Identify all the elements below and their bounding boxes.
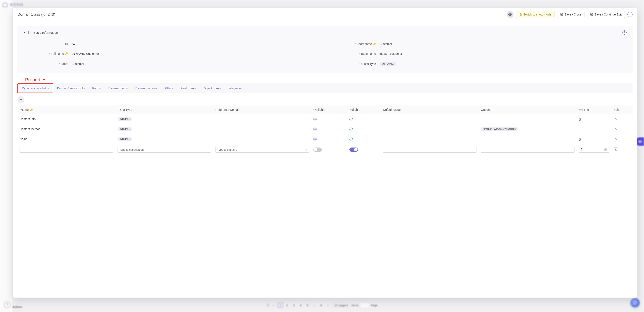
- table-row: Contact Info STRING ✕ ✓ {} ✎: [18, 114, 632, 124]
- editable-true-icon: ✓: [350, 128, 353, 131]
- pager-page-5[interactable]: 5: [305, 303, 310, 308]
- help-icon[interactable]: ?: [622, 30, 626, 35]
- nullable-false-icon: ✕: [313, 118, 317, 121]
- save-continue-button[interactable]: Save / Continue Edit: [587, 11, 625, 18]
- label-label: *Label: [26, 62, 68, 66]
- class-type-label: *Class Type: [334, 62, 376, 66]
- key-icon: 🔑: [373, 42, 376, 45]
- th-name[interactable]: *Name 🔑: [18, 106, 116, 114]
- th-edit: Edit: [612, 106, 632, 114]
- nullable-false-icon: ✕: [313, 128, 317, 131]
- cell-data-type: STRING: [116, 114, 214, 124]
- basic-info-panel: ▼ Basic Information ? ID 240 *Short name…: [18, 26, 632, 73]
- edit-row-button[interactable]: ✎: [614, 137, 618, 141]
- table-name-value[interactable]: muyan_customer: [380, 52, 624, 55]
- save-close-button[interactable]: Save / Close: [557, 11, 584, 18]
- id-value: 240: [72, 42, 316, 46]
- cell-options: ["Phone", "WeChat", "Whatsapp", "Twe{}"]: [481, 127, 517, 131]
- gear-icon: [508, 13, 512, 16]
- new-ref-domain-input[interactable]: [215, 147, 309, 153]
- tab-object-hooks[interactable]: Object hooks: [200, 84, 225, 93]
- svg-rect-1: [520, 14, 521, 15]
- edit-row-button[interactable]: ✎: [614, 117, 618, 121]
- table-row: Name STRING ✕ ✓ {} ✎: [18, 134, 632, 144]
- edit-row-button[interactable]: ✎: [614, 127, 618, 131]
- tab-domainclass-extinfo[interactable]: DomainClass.extInfo: [53, 84, 88, 93]
- tab-integration[interactable]: Integration: [225, 84, 246, 93]
- goto-input[interactable]: [360, 302, 370, 308]
- pager-page-4[interactable]: 4: [298, 303, 303, 308]
- short-name-value[interactable]: Customer: [380, 42, 624, 46]
- th-editable[interactable]: Editable: [347, 106, 381, 114]
- tab-filters[interactable]: Filters: [161, 84, 176, 93]
- confirm-new-row-button[interactable]: ⎘: [614, 147, 618, 152]
- full-name-label: *Full name 🔑: [26, 52, 68, 55]
- actions-label: Actions: [12, 305, 22, 309]
- cell-name: Contact Method: [18, 124, 116, 134]
- pagination: ⓘ ‹ 1 2 3 4 5 ··· 8 › 12 / page ▾ Go to …: [266, 302, 378, 308]
- tab-dynamic-fields[interactable]: Dynamic fields: [104, 84, 132, 93]
- info-icon[interactable]: ⓘ: [266, 303, 269, 307]
- basic-info-title: Basic Information: [33, 31, 58, 34]
- modal-title: DomainClass (id: 240): [18, 12, 55, 17]
- short-name-label: *Short name 🔑: [334, 42, 376, 46]
- brand-logo: 牧言科技: [2, 2, 24, 8]
- new-data-type-input[interactable]: [118, 147, 211, 153]
- new-editable-toggle[interactable]: [350, 148, 358, 152]
- switch-mode-label: Switch to show mode: [523, 13, 551, 16]
- label-value[interactable]: Customer: [72, 62, 316, 66]
- pager-next[interactable]: ›: [326, 303, 330, 308]
- new-ext-info-button[interactable]: { }✕: [579, 147, 609, 153]
- kebab-icon[interactable]: ⋮: [305, 148, 308, 151]
- document-icon: [28, 31, 31, 34]
- close-button[interactable]: ✕: [628, 12, 632, 17]
- new-name-input[interactable]: [20, 147, 113, 153]
- th-ext-info[interactable]: Ext Info: [576, 106, 612, 114]
- th-default-value[interactable]: Default Value: [381, 106, 479, 114]
- save-icon: [560, 13, 563, 16]
- modal-header: DomainClass (id: 240) Switch to show mod…: [13, 8, 637, 21]
- key-icon: 🔑: [65, 52, 68, 55]
- add-row-button[interactable]: +: [18, 96, 24, 103]
- tab-dynamic-actions[interactable]: Dynamic actions: [132, 84, 161, 93]
- table-name-label: *Table name: [334, 52, 376, 55]
- chat-bubble-icon[interactable]: [630, 298, 640, 307]
- pager-prev[interactable]: ‹: [271, 303, 276, 308]
- goto-label: Go to: [352, 304, 358, 307]
- lock-icon: [519, 13, 522, 16]
- clear-icon[interactable]: ✕: [604, 148, 608, 151]
- pager-page-2[interactable]: 2: [284, 303, 290, 308]
- tab-field-hooks[interactable]: Field hooks: [177, 84, 200, 93]
- settings-button[interactable]: [507, 11, 514, 18]
- pager-page-8[interactable]: 8: [318, 303, 324, 308]
- th-nullable[interactable]: *Nullable: [311, 106, 347, 114]
- th-options[interactable]: Options: [479, 106, 577, 114]
- full-name-value[interactable]: DYNAMIC-Customer: [72, 52, 316, 55]
- switch-mode-button[interactable]: Switch to show mode: [516, 11, 554, 18]
- editable-true-icon: ✓: [350, 118, 353, 121]
- pager-page-1[interactable]: 1: [278, 303, 283, 308]
- editable-true-icon: ✓: [350, 138, 353, 141]
- th-reference-domain[interactable]: Reference Domain: [213, 106, 311, 114]
- cell-name: Contact Info: [18, 114, 116, 124]
- tab-dynamic-class-fields[interactable]: Dynamic class fields: [18, 83, 53, 93]
- per-page-select[interactable]: 12 / page ▾: [332, 303, 350, 308]
- pager-page-3[interactable]: 3: [292, 303, 296, 308]
- th-data-type[interactable]: *Data Type: [116, 106, 214, 114]
- save-continue-label: Save / Continue Edit: [594, 13, 622, 16]
- key-icon: 🔑: [30, 109, 33, 111]
- collapse-caret-icon: ▼: [24, 31, 26, 34]
- cell-ext-info: {}: [576, 114, 612, 124]
- domain-class-modal: DomainClass (id: 240) Switch to show mod…: [13, 8, 637, 298]
- nullable-false-icon: ✕: [313, 138, 317, 141]
- class-type-value[interactable]: DYNAMIC: [380, 62, 624, 66]
- tab-forms[interactable]: Forms: [88, 84, 104, 93]
- annotation-properties: Properties: [25, 77, 632, 83]
- help-icon[interactable]: ?: [4, 301, 11, 308]
- pager-ellipsis: ···: [312, 303, 317, 308]
- new-options-input[interactable]: [481, 147, 575, 153]
- cell-name: Name: [18, 134, 116, 144]
- new-default-input[interactable]: [383, 147, 477, 153]
- basic-info-header[interactable]: ▼ Basic Information ?: [24, 30, 626, 35]
- new-nullable-toggle[interactable]: [313, 148, 322, 152]
